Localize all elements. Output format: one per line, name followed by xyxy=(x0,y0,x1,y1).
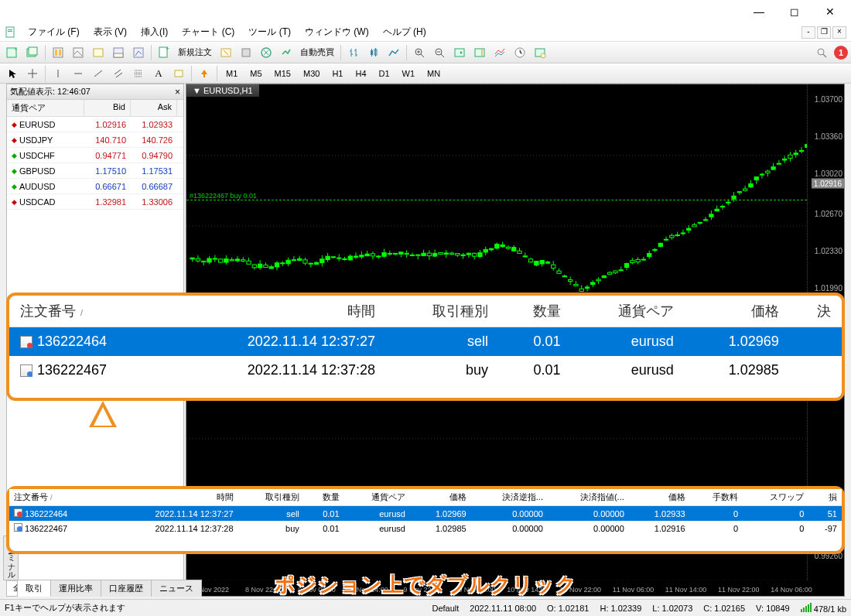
indicators-icon[interactable] xyxy=(490,43,509,62)
chart-shift-icon[interactable] xyxy=(470,43,489,62)
term-tab-history[interactable]: 口座履歴 xyxy=(101,580,152,597)
timeframe-mn[interactable]: MN xyxy=(422,67,446,80)
crosshair-icon[interactable] xyxy=(23,64,42,83)
mw-header-ask[interactable]: Ask xyxy=(131,100,177,116)
svg-rect-136 xyxy=(484,249,487,252)
timeframe-m5[interactable]: M5 xyxy=(244,67,267,80)
term-header-time[interactable]: 時間 xyxy=(105,489,238,506)
orders-header-time[interactable]: 時間 xyxy=(168,296,386,327)
options-icon[interactable] xyxy=(237,43,255,62)
timeframe-m1[interactable]: M1 xyxy=(220,67,243,80)
svg-rect-212 xyxy=(698,222,702,223)
menu-tool[interactable]: ツール (T) xyxy=(242,24,297,40)
svg-rect-158 xyxy=(545,262,549,264)
terminal-icon[interactable] xyxy=(109,43,128,62)
menu-window[interactable]: ウィンドウ (W) xyxy=(299,24,375,40)
channel-icon[interactable] xyxy=(109,64,128,83)
new-order-icon[interactable]: + xyxy=(155,43,173,62)
alert-badge[interactable]: 1 xyxy=(834,46,848,60)
strategy-tester-icon[interactable] xyxy=(129,43,148,62)
term-header-symbol[interactable]: 通貨ペア xyxy=(344,489,410,506)
new-order-label[interactable]: 新規注文 xyxy=(175,46,215,58)
text-icon[interactable]: A xyxy=(149,64,168,83)
term-row-136222464[interactable]: 1362224642022.11.14 12:37:27sell0.01euru… xyxy=(9,506,842,522)
arrows-icon[interactable] xyxy=(195,64,214,83)
auto-trade-label[interactable]: 自動売買 xyxy=(297,46,337,58)
orders-header-lots[interactable]: 数量 xyxy=(499,296,572,327)
search-icon[interactable] xyxy=(812,43,831,62)
mw-header-bid[interactable]: Bid xyxy=(84,100,131,116)
menu-help[interactable]: ヘルプ (H) xyxy=(377,24,432,40)
mw-row-gbpusd[interactable]: ◆GBPUSD1.175101.17531 xyxy=(7,163,183,179)
orders-header-close[interactable]: 決 xyxy=(790,296,842,327)
term-header-tp[interactable]: 決済指値(... xyxy=(548,489,629,506)
term-header-order[interactable]: 注文番号 / xyxy=(9,489,105,506)
trendline-icon[interactable] xyxy=(89,64,108,83)
orders-header-price[interactable]: 価格 xyxy=(685,296,790,327)
candle-chart-icon[interactable] xyxy=(364,43,383,62)
mw-header-symbol[interactable]: 通貨ペア xyxy=(7,100,84,116)
orders-header-symbol[interactable]: 通貨ペア xyxy=(572,296,685,327)
auto-trade-icon[interactable] xyxy=(277,43,296,62)
svg-rect-184 xyxy=(619,270,623,271)
orders-header-type[interactable]: 取引種別 xyxy=(386,296,499,327)
meta-editor-icon[interactable] xyxy=(217,43,235,62)
zoom-out-icon[interactable] xyxy=(430,43,449,62)
menu-chart[interactable]: チャート (C) xyxy=(176,24,241,40)
term-header-type[interactable]: 取引種別 xyxy=(238,489,304,506)
mw-row-eurusd[interactable]: ◆EURUSD1.029161.02933 xyxy=(7,117,183,132)
term-header-pl[interactable]: 損 xyxy=(808,489,842,506)
text-label-icon[interactable] xyxy=(169,64,188,83)
fullscreen-icon[interactable] xyxy=(257,43,275,62)
term-header-price[interactable]: 価格 xyxy=(410,489,471,506)
hline-icon[interactable] xyxy=(69,64,87,83)
svg-rect-182 xyxy=(613,271,617,273)
minimize-button[interactable]: — xyxy=(741,1,777,22)
maximize-button[interactable]: ◻ xyxy=(777,1,812,22)
term-row-136222467[interactable]: 1362224672022.11.14 12:37:28buy0.01eurus… xyxy=(9,521,842,536)
timeframe-m30[interactable]: M30 xyxy=(298,67,325,80)
menu-file[interactable]: ファイル (F) xyxy=(22,24,86,40)
new-chart-icon[interactable]: + xyxy=(3,43,22,62)
term-header-sl[interactable]: 決済逆指... xyxy=(471,489,548,506)
zoom-in-icon[interactable] xyxy=(410,43,429,62)
fibo-icon[interactable] xyxy=(129,64,148,83)
mw-row-audusd[interactable]: ◆AUDUSD0.666710.66687 xyxy=(7,179,183,194)
vline-icon[interactable] xyxy=(49,64,67,83)
market-watch-close-icon[interactable]: × xyxy=(175,87,180,98)
cursor-icon[interactable] xyxy=(3,64,22,83)
data-window-icon[interactable] xyxy=(69,43,87,62)
timeframe-w1[interactable]: W1 xyxy=(397,67,421,80)
timeframe-m15[interactable]: M15 xyxy=(269,67,296,80)
auto-scroll-icon[interactable] xyxy=(450,43,469,62)
mdi-close-button[interactable]: × xyxy=(832,26,846,39)
term-tab-ratio[interactable]: 運用比率 xyxy=(50,580,101,597)
menu-view[interactable]: 表示 (V) xyxy=(87,24,133,40)
order-row-136222464[interactable]: 1362224642022.11.14 12:37:27sell0.01euru… xyxy=(9,327,842,357)
market-watch-icon[interactable] xyxy=(49,43,67,62)
profiles-icon[interactable] xyxy=(23,43,42,62)
orders-header-order[interactable]: 注文番号/ xyxy=(9,296,168,327)
periods-icon[interactable] xyxy=(511,43,529,62)
term-header-comm[interactable]: 手数料 xyxy=(690,489,743,506)
term-header-swap[interactable]: スワップ xyxy=(743,489,808,506)
navigator-icon[interactable] xyxy=(89,43,108,62)
timeframe-h1[interactable]: H1 xyxy=(326,67,348,80)
mw-row-usdjpy[interactable]: ◆USDJPY140.710140.726 xyxy=(7,132,183,148)
bar-chart-icon[interactable] xyxy=(344,43,363,62)
mw-row-usdchf[interactable]: ◆USDCHF0.947710.94790 xyxy=(7,148,183,163)
mw-row-usdcad[interactable]: ◆USDCAD1.329811.33006 xyxy=(7,194,183,210)
term-header-lots[interactable]: 数量 xyxy=(304,489,344,506)
term-header-cur[interactable]: 価格 xyxy=(629,489,690,506)
mdi-restore-button[interactable]: ❐ xyxy=(817,26,831,39)
term-tab-news[interactable]: ニュース xyxy=(151,580,202,597)
term-tab-trade[interactable]: 取引 xyxy=(17,580,51,597)
mdi-minimize-button[interactable]: - xyxy=(801,26,815,39)
menu-insert[interactable]: 挿入(I) xyxy=(135,24,174,40)
order-row-136222467[interactable]: 1362224672022.11.14 12:37:28buy0.01eurus… xyxy=(9,356,842,385)
templates-icon[interactable] xyxy=(531,43,549,62)
timeframe-h4[interactable]: H4 xyxy=(350,67,371,80)
close-button[interactable]: ✕ xyxy=(812,1,848,22)
line-chart-icon[interactable] xyxy=(384,43,403,62)
timeframe-d1[interactable]: D1 xyxy=(374,67,395,80)
